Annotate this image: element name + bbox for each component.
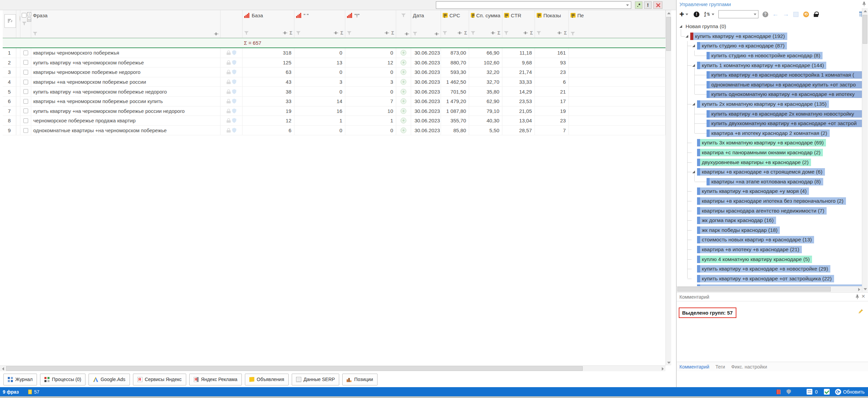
tree-group-item[interactable]: купить квартиру +в краснодаре (192) [677, 32, 862, 41]
tree-group-item[interactable]: квартиры краснодара агентство недвижимос… [677, 206, 862, 216]
tree-group-item[interactable]: купить 2х комнатную квартиру +в краснода… [677, 99, 862, 109]
expander-icon[interactable] [692, 170, 696, 174]
table-row[interactable]: 4 квартиры +на черноморском побережье ро… [3, 77, 666, 87]
add-cell[interactable] [396, 87, 411, 96]
sigma-icon[interactable]: Σ [391, 30, 394, 36]
bottom-tab[interactable]: Объявления [245, 374, 289, 385]
expander-icon[interactable] [685, 34, 689, 38]
group-label[interactable]: квартира +в ипотеку краснодар 2 комнатна… [710, 130, 830, 137]
column-header-lockshield[interactable] [220, 10, 243, 38]
tree-group-item[interactable]: купить 3х комнатную квартиру +в краснода… [677, 138, 862, 148]
exact-filter-button[interactable]: ! [644, 1, 652, 9]
sigma-icon[interactable]: Σ [564, 30, 567, 36]
filter-icon[interactable] [244, 31, 249, 35]
sigma-icon[interactable]: Σ [498, 30, 500, 36]
scroll-thumb[interactable] [677, 287, 831, 292]
group-label[interactable]: куплю 4 комнатную квартиру краснодаре (5… [700, 256, 812, 263]
table-row[interactable]: 7 купить квартиру +на черноморском побер… [3, 106, 666, 116]
row-checkbox[interactable] [23, 108, 28, 113]
bottom-tab[interactable]: Журнал [3, 374, 37, 385]
bottom-tab[interactable]: Google.Ads [89, 374, 130, 385]
group-filter-combobox[interactable] [718, 10, 758, 18]
row-checkbox[interactable] [23, 51, 28, 55]
bottom-tab[interactable]: Данные SERP [292, 374, 340, 385]
refresh-icon[interactable] [835, 389, 841, 395]
pin-icon[interactable] [385, 31, 389, 35]
sync-icon[interactable]: ⟲ [803, 12, 809, 17]
table-row[interactable]: 8 черноморское побережье продажа квартир… [3, 116, 666, 126]
edit-pencil-icon[interactable] [858, 309, 863, 314]
phrase-cell[interactable]: однокомнатные квартиры +на черноморском … [31, 126, 220, 135]
phrase-cell[interactable]: квартиры черноморского побережья [31, 48, 220, 58]
table-row[interactable]: 9 однокомнатные квартиры +на черноморско… [3, 126, 666, 136]
regex-filter-button[interactable]: .* [635, 1, 642, 9]
bottom-tab[interactable]: Сервисы Яндекс [133, 374, 186, 385]
phrase-cell[interactable]: купить квартиру +на черноморском побереж… [31, 87, 220, 96]
scroll-up-button[interactable] [666, 10, 672, 16]
filter-icon[interactable] [33, 32, 37, 36]
row-checkbox[interactable] [23, 70, 28, 75]
pin-panel-icon[interactable] [862, 1, 866, 6]
group-label[interactable]: квартиры краснодара агентство недвижимос… [700, 207, 827, 215]
tree-group-item[interactable]: купить двухкомнатную квартиру +в краснод… [677, 119, 862, 128]
selection-mode-button[interactable]: ▭ [27, 18, 31, 22]
add-cell[interactable] [396, 77, 411, 87]
scroll-thumb[interactable] [6, 366, 583, 371]
add-cell[interactable] [396, 106, 411, 116]
tree-group-item[interactable]: купить студию +в новостройке краснодар (… [677, 51, 862, 61]
filter-icon[interactable] [347, 31, 351, 35]
group-label[interactable]: купить 1 комнатную квартиру +в краснодар… [700, 62, 826, 69]
scroll-left-button[interactable] [0, 366, 6, 372]
comment-tab[interactable]: Фикс. настройки [731, 364, 767, 370]
filter-icon[interactable] [22, 22, 26, 25]
add-phrase-icon[interactable] [401, 98, 406, 104]
expander-icon[interactable] [692, 102, 696, 106]
calculator-icon[interactable] [807, 389, 812, 395]
pin-icon[interactable] [491, 31, 495, 35]
expander-icon[interactable] [679, 24, 683, 28]
tree-group-item[interactable]: жк парк победы краснодар (18) [677, 225, 862, 235]
phrase-cell[interactable]: черноморское побережье продажа квартир [31, 116, 220, 125]
row-checkbox-cell[interactable] [20, 106, 31, 116]
column-header-grip[interactable]: ⋮⋮ [16, 10, 20, 38]
tree-group-item[interactable]: купить 1 комнатную квартиру +в краснодар… [677, 60, 862, 70]
tree-horizontal-scrollbar[interactable] [677, 286, 862, 292]
group-label[interactable]: купить 2х комнатную квартиру +в краснода… [700, 100, 829, 108]
row-checkbox-cell[interactable] [20, 97, 31, 106]
table-row[interactable]: 3 квартиры черноморское побережье недоро… [3, 67, 666, 77]
add-cell[interactable] [396, 48, 411, 58]
phrase-cell[interactable]: купить квартиру +на черноморском побереж… [31, 106, 220, 116]
tree-group-item[interactable] [677, 283, 862, 286]
add-cell[interactable] [396, 116, 411, 125]
scroll-thumb[interactable] [863, 15, 867, 44]
filter-icon[interactable] [471, 31, 475, 35]
lock-icon[interactable] [814, 12, 818, 17]
pin-icon[interactable] [214, 32, 218, 36]
scroll-down-button[interactable] [666, 360, 672, 365]
row-checkbox-cell[interactable] [20, 48, 31, 58]
group-label[interactable]: квартиры +в краснодаре ипотека без перво… [700, 197, 846, 205]
phrase-cell[interactable]: квартиры +на черноморском побережье росс… [31, 77, 220, 87]
sort-arrows-icon[interactable]: ⇅ [707, 12, 710, 17]
filter-icon[interactable] [537, 31, 541, 35]
table-vertical-scrollbar[interactable] [666, 10, 671, 365]
table-row[interactable]: 1 квартиры черноморского побережья 318 0… [3, 48, 666, 58]
column-header-pe[interactable]: Пе [569, 10, 666, 38]
tree-vertical-scrollbar[interactable] [862, 8, 868, 292]
scroll-right-button[interactable] [660, 366, 666, 372]
table-row[interactable]: 6 квартиры +на черноморском побережье ро… [3, 97, 666, 106]
sort-button[interactable] [4, 14, 16, 28]
phrase-cell[interactable]: квартиры черноморское побережье недорого [31, 67, 220, 77]
group-label[interactable]: однокомнатные квартиры +в краснодаре куп… [710, 81, 862, 88]
column-header-rownum[interactable] [3, 10, 16, 38]
tree-group-item[interactable]: квартиры +в краснодаре +в строящемся дом… [677, 167, 862, 177]
tree-group-item[interactable]: купить квартиру +в краснодаре +от застро… [677, 274, 862, 283]
column-header-cpc[interactable]: CPC Σ [441, 10, 469, 38]
comment-tab[interactable]: Комментарий [679, 364, 709, 370]
row-checkbox[interactable] [23, 118, 28, 123]
clear-filter-button[interactable] [653, 1, 662, 9]
tree-group-item[interactable]: купить квартиру +в краснодаре +у моря (4… [677, 186, 862, 196]
row-checkbox[interactable] [23, 128, 28, 133]
group-label[interactable]: квартиры +в краснодаре +в строящемся дом… [700, 168, 825, 176]
add-phrase-icon[interactable] [401, 50, 406, 56]
